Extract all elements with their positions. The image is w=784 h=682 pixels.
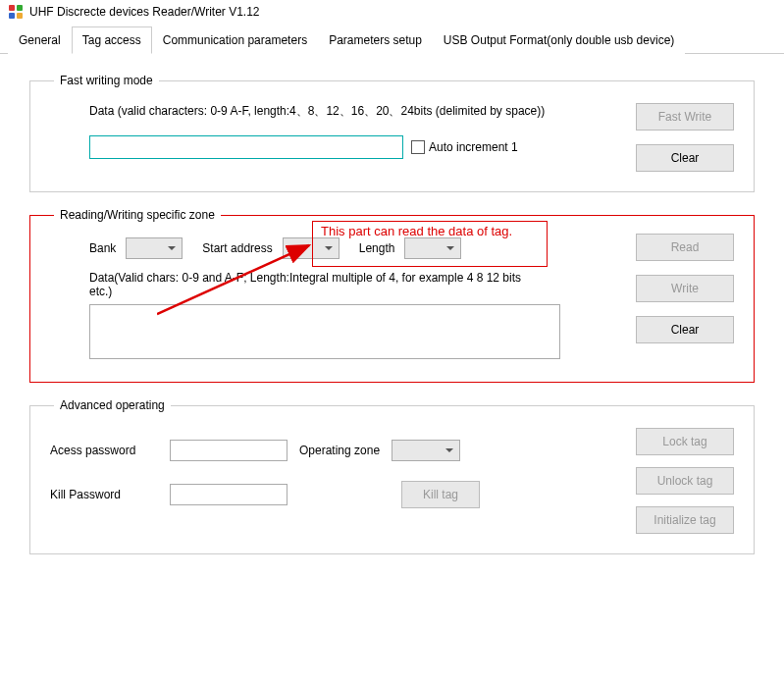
kill-tag-button[interactable]: Kill tag [401,481,480,508]
lock-tag-button[interactable]: Lock tag [636,428,734,455]
access-password-label: Acess password [50,444,158,457]
title-bar: UHF Discrecte devices Reader/Writer V1.1… [0,0,784,24]
fast-writing-legend: Fast writing mode [54,74,159,87]
tab-content: This part can read the data of tag. Fast… [0,54,784,590]
fast-write-button[interactable]: Fast Write [636,103,734,131]
kill-password-input[interactable] [170,484,287,505]
write-button[interactable]: Write [636,275,734,302]
initialize-tag-button[interactable]: Initialize tag [636,506,734,534]
bank-label: Bank [89,241,116,255]
access-password-input[interactable] [170,440,287,461]
specific-zone-legend: Reading/Writing specific zone [54,208,221,222]
unlock-tag-button[interactable]: Unlock tag [636,467,734,495]
auto-increment-checkbox[interactable] [411,140,425,154]
tab-tag-access[interactable]: Tag access [72,26,152,54]
tab-general[interactable]: General [8,26,72,54]
svg-rect-0 [9,5,15,11]
app-icon [8,4,24,20]
tab-bar: General Tag access Communication paramet… [0,26,784,54]
svg-rect-1 [17,5,23,11]
annotation-callout: This part can read the data of tag. [312,221,548,267]
auto-increment-checkbox-wrap[interactable]: Auto increment 1 [411,140,518,154]
svg-rect-3 [17,13,23,19]
tab-communication-parameters[interactable]: Communication parameters [152,26,318,54]
tab-usb-output-format[interactable]: USB Output Format(only double usb device… [433,26,685,54]
advanced-operating-group: Advanced operating Acess password Operat… [29,398,755,554]
svg-line-5 [157,245,309,314]
advanced-legend: Advanced operating [54,398,171,412]
svg-rect-2 [9,13,15,19]
fast-clear-button[interactable]: Clear [636,144,734,172]
annotation-arrow-icon [157,240,314,319]
read-button[interactable]: Read [636,234,734,261]
annotation-text: This part can read the data of tag. [321,224,512,238]
auto-increment-label: Auto increment 1 [429,140,518,154]
fast-data-label: Data (valid characters: 0-9 A-F, length:… [89,103,636,120]
specific-clear-button[interactable]: Clear [636,316,734,343]
tab-parameters-setup[interactable]: Parameters setup [318,26,433,54]
window-title: UHF Discrecte devices Reader/Writer V1.1… [29,5,260,19]
operating-zone-label: Operating zone [299,444,380,457]
fast-writing-group: Fast writing mode Data (valid characters… [29,74,755,192]
kill-password-label: Kill Password [50,488,158,501]
fast-data-input[interactable] [89,135,403,159]
operating-zone-select[interactable] [392,440,460,461]
